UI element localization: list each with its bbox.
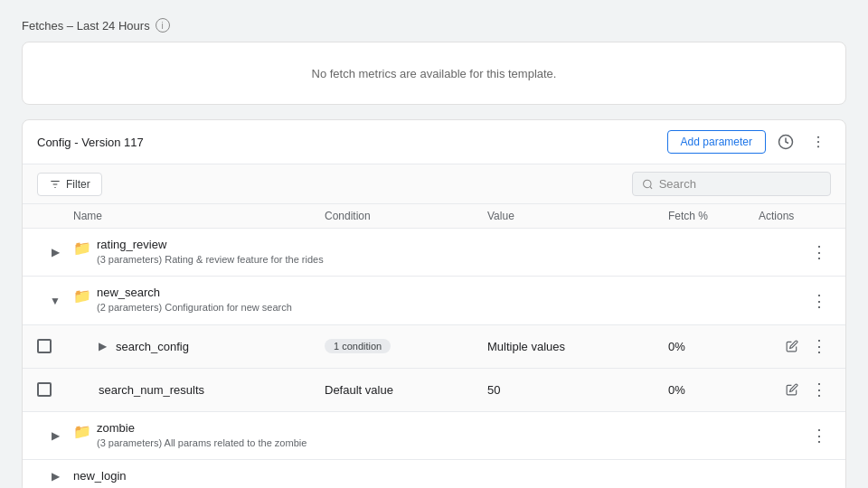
table-body: ▶ 📁 rating_review (3 parameters) Rating … xyxy=(23,229,845,488)
row-name-text: new_search xyxy=(97,286,292,299)
table-header: Name Condition Value Fetch % Actions xyxy=(23,204,845,229)
expand-right-icon: ▶ xyxy=(52,470,60,483)
row-expand-toggle[interactable]: ▶ xyxy=(99,340,107,352)
row-sub-text: (3 parameters) All params related to the… xyxy=(97,436,307,450)
row-expand-toggle[interactable]: ▶ xyxy=(37,470,73,483)
info-icon[interactable]: i xyxy=(156,18,170,33)
svg-point-2 xyxy=(817,141,819,143)
config-header: Config - Version 117 Add parameter xyxy=(23,120,845,164)
row-edit-button[interactable] xyxy=(780,334,804,358)
filter-label: Filter xyxy=(66,178,90,191)
config-actions: Add parameter xyxy=(667,129,831,155)
condition-badge: 1 condition xyxy=(325,339,391,353)
row-more-button[interactable]: ⋮ xyxy=(807,424,831,447)
row-actions: ⋮ xyxy=(759,240,831,264)
fetch-metrics-box: No fetch metrics are available for this … xyxy=(22,42,846,105)
row-expand-toggle[interactable]: ▶ xyxy=(37,246,73,258)
row-condition: Default value xyxy=(325,383,487,397)
fetches-title: Fetches – Last 24 Hours xyxy=(22,19,150,33)
config-title: Config - Version 117 xyxy=(37,136,144,149)
toolbar: Filter xyxy=(23,164,845,204)
expand-right-icon: ▶ xyxy=(52,429,60,442)
row-checkbox[interactable] xyxy=(37,339,52,353)
row-actions: ⋮ xyxy=(759,289,831,313)
folder-icon: 📁 xyxy=(73,239,91,257)
config-section: Config - Version 117 Add parameter xyxy=(22,119,846,488)
row-name-text: search_config xyxy=(116,340,189,353)
col-actions: Actions xyxy=(759,210,831,222)
row-name-cell: 📁 rating_review (3 parameters) Rating & … xyxy=(73,229,325,276)
row-expand-toggle[interactable]: ▼ xyxy=(37,295,73,307)
row-checkbox-cell[interactable] xyxy=(37,382,73,397)
table-row: ▶ new_login xyxy=(23,460,845,488)
row-name-text: rating_review xyxy=(97,238,324,251)
row-expand-toggle[interactable]: ▶ xyxy=(37,429,73,442)
table-row: ▼ 📁 new_search (2 parameters) Configurat… xyxy=(23,277,845,324)
table-row: ▶ 📁 zombie (3 parameters) All params rel… xyxy=(23,412,845,460)
row-more-button[interactable]: ⋮ xyxy=(807,378,831,401)
row-condition: 1 condition xyxy=(325,339,487,353)
expand-down-icon: ▼ xyxy=(50,295,61,307)
row-sub-text: (3 parameters) Rating & review feature f… xyxy=(97,253,324,267)
row-checkbox-cell[interactable] xyxy=(37,339,73,353)
fetch-metrics-text: No fetch metrics are available for this … xyxy=(312,67,557,80)
row-checkbox[interactable] xyxy=(37,382,52,397)
row-more-button[interactable]: ⋮ xyxy=(807,334,831,358)
col-condition: Condition xyxy=(325,210,487,222)
svg-line-8 xyxy=(650,186,652,188)
condition-default-text: Default value xyxy=(325,383,393,397)
svg-point-3 xyxy=(817,145,819,147)
col-fetch-pct: Fetch % xyxy=(668,210,759,222)
row-value: Multiple values xyxy=(487,340,668,353)
col-value: Value xyxy=(487,210,668,222)
row-fetch-pct: 0% xyxy=(668,340,759,353)
row-name-cell: 📁 new_search (2 parameters) Configuratio… xyxy=(73,277,325,324)
row-name-content: new_search (2 parameters) Configuration … xyxy=(97,286,292,314)
row-name-text: search_num_results xyxy=(99,383,204,397)
filter-icon xyxy=(49,178,61,191)
fetches-section: Fetches – Last 24 Hours i No fetch metri… xyxy=(22,18,846,105)
filter-button[interactable]: Filter xyxy=(37,173,102,196)
page: Fetches – Last 24 Hours i No fetch metri… xyxy=(0,0,868,488)
history-icon-button[interactable] xyxy=(773,129,798,155)
svg-point-7 xyxy=(644,180,651,187)
col-name: Name xyxy=(73,210,325,222)
row-actions: ⋮ xyxy=(759,334,831,358)
row-name-cell: ▶ search_config xyxy=(73,331,325,362)
row-actions: ⋮ xyxy=(759,424,831,447)
row-fetch-pct: 0% xyxy=(668,383,759,397)
table-row: ▶ search_config 1 condition Multiple val… xyxy=(23,325,845,369)
fetches-header: Fetches – Last 24 Hours i xyxy=(22,18,846,33)
row-name-cell: 📁 zombie (3 parameters) All params relat… xyxy=(73,412,325,459)
search-icon xyxy=(642,178,654,191)
search-input[interactable] xyxy=(659,177,821,191)
search-box xyxy=(632,172,831,196)
row-more-button[interactable]: ⋮ xyxy=(807,240,831,264)
table-row: search_num_results Default value 50 0% ⋮ xyxy=(23,369,845,412)
row-name-text: new_login xyxy=(73,469,127,483)
row-sub-text: (2 parameters) Configuration for new sea… xyxy=(97,301,292,314)
row-name-content: zombie (3 parameters) All params related… xyxy=(97,421,307,450)
more-options-button[interactable] xyxy=(806,129,831,155)
row-name-content: rating_review (3 parameters) Rating & re… xyxy=(97,238,324,267)
add-parameter-button[interactable]: Add parameter xyxy=(667,130,766,154)
row-value: 50 xyxy=(487,383,668,397)
expand-right-icon: ▶ xyxy=(52,246,60,258)
row-name-text: zombie xyxy=(97,421,307,435)
row-more-button[interactable]: ⋮ xyxy=(807,289,831,313)
svg-point-1 xyxy=(817,136,819,138)
table-row: ▶ 📁 rating_review (3 parameters) Rating … xyxy=(23,229,845,277)
folder-icon: 📁 xyxy=(73,287,91,305)
row-name-cell: search_num_results xyxy=(73,374,325,406)
folder-icon: 📁 xyxy=(73,423,91,440)
expand-right-icon: ▶ xyxy=(99,340,107,352)
row-name-cell: new_login xyxy=(73,460,325,488)
row-actions: ⋮ xyxy=(759,378,831,401)
edit-icon xyxy=(786,383,798,396)
row-edit-button[interactable] xyxy=(780,378,804,401)
col-checkbox xyxy=(37,210,73,222)
edit-icon xyxy=(786,340,798,352)
